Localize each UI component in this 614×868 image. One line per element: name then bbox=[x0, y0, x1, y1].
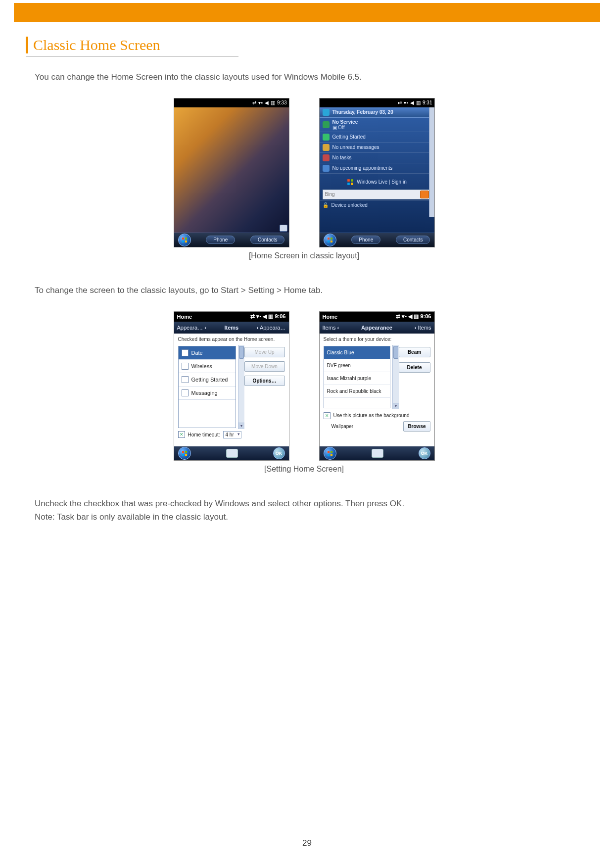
scrollbar[interactable]: ▾ bbox=[392, 345, 399, 409]
theme-isaac-mizrahi[interactable]: Isaac Mizrahi purple bbox=[324, 372, 390, 385]
settings-bottom-bar: OK bbox=[320, 446, 434, 460]
timeout-combo[interactable]: 4 hr bbox=[223, 431, 241, 438]
checkbox[interactable] bbox=[182, 349, 189, 356]
windows-live-row[interactable]: Windows Live | Sign in bbox=[320, 179, 434, 186]
ok-button[interactable]: OK bbox=[419, 447, 430, 459]
figure-caption-2: [Setting Home Screen] bbox=[26, 465, 582, 474]
start-button[interactable] bbox=[324, 234, 336, 246]
svg-rect-1 bbox=[185, 238, 187, 240]
background-label: Use this picture as the background bbox=[333, 413, 410, 418]
scrollbar-thumb[interactable] bbox=[239, 346, 244, 359]
signal-icon: ▾▪ bbox=[402, 313, 407, 319]
move-up-button[interactable]: Move Up bbox=[244, 347, 285, 357]
scrollbar-thumb[interactable] bbox=[393, 346, 398, 359]
keyboard-icon[interactable] bbox=[226, 449, 238, 458]
move-down-button[interactable]: Move Down bbox=[244, 361, 285, 372]
signal-icon: ▾▪ bbox=[256, 313, 261, 319]
bing-search-input[interactable]: Bing bbox=[323, 190, 431, 199]
softkey-phone[interactable]: Phone bbox=[206, 236, 235, 244]
wallpaper-row: Wallpaper Browse bbox=[320, 420, 434, 432]
theme-dvf-green[interactable]: DVF green bbox=[324, 359, 390, 372]
home-wallpaper bbox=[174, 107, 289, 233]
chevron-right-icon[interactable]: › bbox=[415, 325, 417, 331]
settings-items-body: Checked items appear on the Home screen.… bbox=[174, 334, 289, 446]
today-getting-started[interactable]: Getting Started bbox=[320, 132, 434, 143]
checkbox[interactable] bbox=[182, 389, 189, 396]
section-title-wrap: Classic Home Screen bbox=[26, 37, 582, 53]
signal-icon: ▾▪ bbox=[258, 100, 263, 105]
start-button[interactable] bbox=[178, 447, 191, 460]
softkey-contacts[interactable]: Contacts bbox=[250, 236, 284, 244]
items-side-buttons: Move Up Move Down Options… bbox=[244, 345, 289, 429]
tab-right-label[interactable]: Items bbox=[418, 325, 431, 331]
settings-appearance-screen: Home ⇄ ▾▪ ◀ ▥ 9:06 Items ‹ Appearance › … bbox=[319, 311, 435, 461]
checkbox[interactable] bbox=[182, 376, 189, 383]
calendar-icon bbox=[323, 165, 330, 172]
svg-rect-11 bbox=[331, 241, 332, 242]
volume-icon: ◀ bbox=[410, 100, 414, 105]
scrollbar-down-icon[interactable]: ▾ bbox=[393, 403, 399, 409]
svg-rect-7 bbox=[351, 183, 353, 185]
battery-icon: ▥ bbox=[416, 100, 421, 105]
delete-button[interactable]: Delete bbox=[399, 362, 430, 373]
today-appointments[interactable]: No upcoming appointments bbox=[320, 163, 434, 174]
scrollbar[interactable] bbox=[429, 107, 434, 217]
checkbox-background[interactable] bbox=[324, 412, 331, 419]
theme-rock-republic[interactable]: Rock and Republic black bbox=[324, 385, 390, 398]
start-button[interactable] bbox=[324, 447, 336, 460]
list-item-date[interactable]: Date bbox=[179, 346, 236, 360]
device-unlocked-row[interactable]: 🔓 Device unlocked bbox=[320, 200, 434, 209]
start-button[interactable] bbox=[178, 234, 191, 246]
list-item-messaging[interactable]: Messaging bbox=[179, 386, 236, 400]
intro-text: You can change the Home Screen into the … bbox=[35, 72, 582, 83]
chevron-right-icon[interactable]: › bbox=[257, 325, 259, 331]
svg-rect-15 bbox=[185, 454, 187, 456]
svg-rect-12 bbox=[182, 451, 184, 453]
today-tasks[interactable]: No tasks bbox=[320, 153, 434, 163]
svg-rect-13 bbox=[185, 451, 187, 453]
keyboard-icon[interactable] bbox=[372, 449, 383, 458]
timeout-label: Home timeout: bbox=[188, 432, 220, 437]
settings-appearance-body: Select a theme for your device: Classic … bbox=[320, 334, 434, 446]
bing-placeholder: Bing bbox=[325, 192, 335, 197]
softkey-phone[interactable]: Phone bbox=[351, 236, 380, 244]
tab-left-label[interactable]: Items bbox=[323, 325, 336, 331]
figure-caption-1: [Home Screen in classic layout] bbox=[26, 251, 582, 260]
tab-appearance[interactable]: Appearance bbox=[361, 325, 392, 331]
wallpaper-label: Wallpaper bbox=[331, 424, 354, 429]
tab-right-label[interactable]: Appeara… bbox=[260, 325, 286, 331]
windows-flag-icon bbox=[347, 179, 354, 186]
svg-rect-5 bbox=[351, 179, 353, 182]
browse-button[interactable]: Browse bbox=[403, 421, 430, 432]
svg-rect-16 bbox=[328, 451, 330, 453]
no-tasks-label: No tasks bbox=[332, 155, 352, 160]
today-messages[interactable]: No unread messages bbox=[320, 143, 434, 153]
status-bar: ⇄ ▾▪ ◀ ▥ 9:33 bbox=[174, 98, 289, 107]
options-button[interactable]: Options… bbox=[244, 376, 285, 386]
today-date-row[interactable]: Thursday, February 03, 20 bbox=[320, 107, 434, 118]
list-item-wireless[interactable]: Wireless bbox=[179, 360, 236, 373]
battery-icon: ▥ bbox=[268, 313, 273, 319]
scrollbar-down-icon[interactable]: ▾ bbox=[238, 423, 244, 429]
today-service-row[interactable]: No Service ▣ Off bbox=[320, 118, 434, 132]
checkbox[interactable] bbox=[182, 363, 189, 370]
search-icon[interactable] bbox=[420, 191, 429, 198]
softkey-contacts[interactable]: Contacts bbox=[396, 236, 430, 244]
tab-items[interactable]: Items bbox=[224, 325, 238, 331]
status-time: 9:06 bbox=[420, 313, 431, 319]
carrier-icon bbox=[323, 121, 330, 128]
theme-classic-blue[interactable]: Classic Blue bbox=[324, 346, 390, 359]
scrollbar[interactable]: ▾ bbox=[238, 345, 244, 429]
chevron-left-icon[interactable]: ‹ bbox=[337, 325, 339, 331]
instruction-note: Note: Task bar is only available in the … bbox=[35, 512, 582, 523]
list-item-getting-started[interactable]: Getting Started bbox=[179, 373, 236, 386]
tab-left-label[interactable]: Appeara… bbox=[177, 325, 203, 331]
figure-row-home: ⇄ ▾▪ ◀ ▥ 9:33 Phone Contacts bbox=[26, 98, 582, 247]
ok-button[interactable]: OK bbox=[273, 447, 285, 459]
checkbox-timeout[interactable] bbox=[178, 431, 185, 438]
settings-bottom-bar: OK bbox=[174, 446, 289, 460]
tasks-icon bbox=[323, 154, 330, 161]
phone-home-plain: ⇄ ▾▪ ◀ ▥ 9:33 Phone Contacts bbox=[174, 98, 289, 247]
beam-button[interactable]: Beam bbox=[399, 347, 430, 357]
chevron-left-icon[interactable]: ‹ bbox=[204, 325, 206, 331]
